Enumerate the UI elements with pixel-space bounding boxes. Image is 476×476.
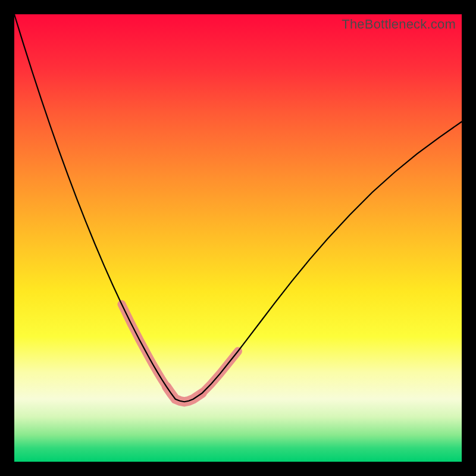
bottleneck-curve <box>14 14 462 462</box>
plot-area: TheBottleneck.com <box>14 14 462 462</box>
curve-path <box>14 14 462 402</box>
chart-frame: TheBottleneck.com <box>0 0 476 476</box>
